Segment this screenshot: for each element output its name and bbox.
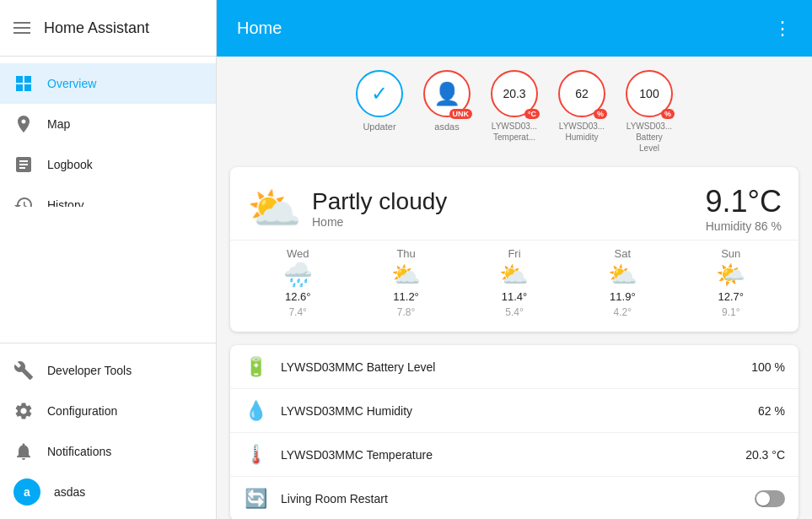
forecast-thu: Thu ⛅ 11.2° 7.8° bbox=[391, 247, 421, 318]
status-item-humidity[interactable]: 62 % LYWSD03...Humidity bbox=[551, 70, 612, 143]
status-item-updater[interactable]: ✓ Updater bbox=[349, 70, 410, 132]
weather-header: ⛅ Partly cloudy Home 9.1°C Humidity 86 % bbox=[230, 167, 799, 240]
forecast-high-fri: 11.4° bbox=[502, 290, 528, 303]
sidebar-item-history[interactable]: History bbox=[0, 185, 216, 207]
more-options-button[interactable]: ⋮ bbox=[773, 19, 792, 38]
status-badge-asdas: UNK bbox=[449, 109, 473, 119]
forecast-high-wed: 12.6° bbox=[285, 290, 311, 303]
status-badge-temperature: °C bbox=[524, 109, 540, 119]
battery-icon: 🔋 bbox=[244, 356, 267, 378]
sidebar-item-user[interactable]: a asdas bbox=[0, 472, 216, 512]
page-title: Home bbox=[237, 19, 282, 38]
content-area: ✓ Updater 👤 UNK asdas 20.3 °C LYWSD03...… bbox=[217, 57, 812, 519]
forecast-day-name-wed: Wed bbox=[287, 247, 309, 260]
forecast-icon-thu: ⛅ bbox=[391, 263, 421, 287]
sidebar-item-label-dev: Developer Tools bbox=[47, 364, 132, 377]
weather-forecast: Wed 🌧️ 12.6° 7.4° Thu ⛅ 11.2° 7.8° Fri ⛅… bbox=[230, 240, 799, 332]
dev-icon bbox=[13, 360, 34, 381]
config-icon bbox=[13, 401, 34, 421]
status-label-humidity: LYWSD03...Humidity bbox=[559, 121, 605, 143]
restart-icon: 🔄 bbox=[244, 488, 267, 510]
forecast-low-sat: 4.2° bbox=[614, 306, 632, 318]
sensor-name-temperature: LYWSD03MMC Temperature bbox=[281, 448, 732, 462]
sensor-name-battery: LYWSD03MMC Battery Level bbox=[281, 360, 738, 374]
status-badge-battery: % bbox=[661, 109, 675, 119]
person-icon: 👤 bbox=[433, 81, 460, 107]
logbook-icon bbox=[13, 154, 34, 175]
sensor-name-humidity: LYWSD03MMC Humidity bbox=[281, 404, 745, 418]
weather-icon: ⛅ bbox=[247, 187, 302, 230]
forecast-day-name-sun: Sun bbox=[721, 247, 740, 260]
sensor-value-temperature: 20.3 °C bbox=[745, 448, 785, 462]
sidebar-item-label-overview: Overview bbox=[47, 77, 96, 90]
status-item-asdas[interactable]: 👤 UNK asdas bbox=[417, 70, 477, 132]
forecast-low-thu: 7.8° bbox=[397, 306, 415, 318]
forecast-low-sun: 9.1° bbox=[722, 306, 739, 318]
humidity-sensor-icon: 💧 bbox=[244, 400, 267, 422]
hamburger-menu-button[interactable] bbox=[13, 22, 30, 34]
history-icon bbox=[13, 195, 34, 207]
sensor-value-humidity: 62 % bbox=[758, 404, 785, 418]
forecast-icon-fri: ⛅ bbox=[499, 263, 529, 287]
status-circle-asdas: 👤 UNK bbox=[423, 70, 471, 117]
user-avatar: a bbox=[13, 478, 40, 505]
forecast-high-thu: 11.2° bbox=[393, 290, 419, 303]
sidebar: Home Assistant Overview Map Logbook bbox=[0, 0, 217, 519]
sidebar-item-map[interactable]: Map bbox=[0, 104, 216, 144]
forecast-day-name-thu: Thu bbox=[396, 247, 415, 260]
sensor-row-humidity[interactable]: 💧 LYWSD03MMC Humidity 62 % bbox=[230, 389, 799, 433]
status-circle-humidity: 62 % bbox=[558, 70, 605, 117]
sidebar-item-notifications[interactable]: Notifications bbox=[0, 431, 216, 472]
weather-condition: Partly cloudy bbox=[312, 188, 447, 215]
status-item-temperature[interactable]: 20.3 °C LYWSD03...Temperat... bbox=[484, 70, 545, 143]
sidebar-item-label-user: asdas bbox=[54, 485, 85, 499]
weather-temperature: 9.1°C bbox=[706, 184, 782, 219]
main-content: Home ⋮ ✓ Updater 👤 UNK asdas bbox=[217, 0, 812, 519]
sensor-value-battery: 100 % bbox=[751, 360, 785, 374]
forecast-sat: Sat ⛅ 11.9° 4.2° bbox=[608, 247, 637, 318]
sidebar-item-developer-tools[interactable]: Developer Tools bbox=[0, 350, 216, 391]
sidebar-nav: Overview Map Logbook History bbox=[0, 57, 216, 207]
sidebar-item-label-map: Map bbox=[47, 117, 70, 131]
status-circle-updater: ✓ bbox=[356, 70, 403, 117]
sensor-row-restart[interactable]: 🔄 Living Room Restart bbox=[230, 477, 799, 519]
status-circle-battery: 100 % bbox=[626, 70, 673, 117]
forecast-day-name-fri: Fri bbox=[508, 247, 520, 260]
status-circle-temperature: 20.3 °C bbox=[491, 70, 538, 117]
app-title: Home Assistant bbox=[44, 19, 149, 37]
sensor-row-battery[interactable]: 🔋 LYWSD03MMC Battery Level 100 % bbox=[230, 345, 799, 389]
bell-icon bbox=[13, 441, 34, 462]
weather-location: Home bbox=[312, 215, 447, 229]
status-row: ✓ Updater 👤 UNK asdas 20.3 °C LYWSD03...… bbox=[230, 70, 799, 154]
temperature-sensor-icon: 🌡️ bbox=[244, 444, 267, 466]
forecast-low-wed: 7.4° bbox=[288, 306, 306, 318]
restart-toggle[interactable] bbox=[755, 490, 785, 507]
forecast-sun: Sun 🌤️ 12.7° 9.1° bbox=[716, 247, 745, 318]
sidebar-item-label-history: History bbox=[47, 198, 84, 207]
forecast-wed: Wed 🌧️ 12.6° 7.4° bbox=[283, 247, 313, 318]
humidity-value: 62 bbox=[575, 87, 589, 100]
weather-card: ⛅ Partly cloudy Home 9.1°C Humidity 86 %… bbox=[230, 167, 799, 332]
status-label-asdas: asdas bbox=[434, 121, 459, 132]
battery-value: 100 bbox=[639, 87, 659, 100]
status-label-updater: Updater bbox=[363, 121, 395, 132]
sensor-row-temperature[interactable]: 🌡️ LYWSD03MMC Temperature 20.3 °C bbox=[230, 433, 799, 477]
status-label-battery: LYWSD03...BatteryLevel bbox=[626, 121, 672, 154]
weather-left: ⛅ Partly cloudy Home bbox=[247, 187, 447, 230]
topbar: Home ⋮ bbox=[217, 0, 812, 57]
map-icon bbox=[13, 114, 34, 134]
weather-right: 9.1°C Humidity 86 % bbox=[706, 184, 782, 233]
forecast-icon-sat: ⛅ bbox=[608, 263, 637, 287]
sidebar-item-logbook[interactable]: Logbook bbox=[0, 144, 216, 185]
forecast-high-sun: 12.7° bbox=[718, 290, 744, 303]
status-label-temperature: LYWSD03...Temperat... bbox=[492, 121, 537, 143]
sidebar-item-overview[interactable]: Overview bbox=[0, 63, 216, 104]
status-badge-humidity: % bbox=[594, 109, 607, 119]
sidebar-item-configuration[interactable]: Configuration bbox=[0, 391, 216, 431]
sidebar-item-label-logbook: Logbook bbox=[47, 158, 93, 171]
status-item-battery[interactable]: 100 % LYWSD03...BatteryLevel bbox=[619, 70, 680, 154]
forecast-day-name-sat: Sat bbox=[615, 247, 632, 260]
forecast-icon-wed: 🌧️ bbox=[283, 263, 313, 287]
weather-desc: Partly cloudy Home bbox=[312, 188, 447, 229]
check-icon: ✓ bbox=[371, 82, 388, 105]
